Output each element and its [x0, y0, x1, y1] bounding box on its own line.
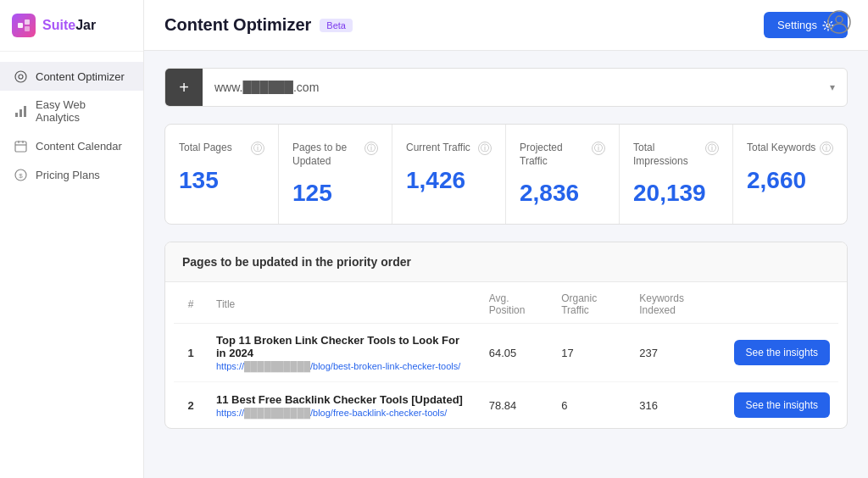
- pricing-icon: $: [14, 168, 27, 181]
- stats-grid: Total Pages ⓘ 135 Pages to be Updated ⓘ …: [164, 124, 848, 225]
- table-row: 1 Top 11 Broken Link Checker Tools to Lo…: [174, 324, 838, 382]
- stat-card-total-keywords: Total Keywords ⓘ 2,660: [733, 125, 847, 224]
- svg-rect-1: [25, 19, 30, 25]
- sidebar-item-content-calendar[interactable]: Content Calendar: [0, 131, 143, 160]
- user-avatar[interactable]: [827, 10, 851, 37]
- row-num-2: 2: [174, 382, 208, 429]
- info-icon-projected-traffic[interactable]: ⓘ: [592, 142, 605, 155]
- priority-header: Pages to be updated in the priority orde…: [165, 242, 847, 282]
- see-insights-button-1[interactable]: See the insights: [734, 340, 830, 365]
- stat-value-current-traffic: 1,426: [406, 167, 492, 194]
- row-organic-traffic-1: 17: [553, 324, 631, 382]
- priority-section: Pages to be updated in the priority orde…: [164, 242, 848, 429]
- svg-rect-8: [15, 142, 26, 152]
- priority-title: Pages to be updated in the priority orde…: [182, 255, 411, 269]
- header-left: Content Optimizer Beta: [164, 15, 353, 35]
- row-action-2: See the insights: [726, 382, 838, 429]
- header-bar: Content Optimizer Beta Settings: [144, 0, 868, 51]
- info-icon-pages-updated[interactable]: ⓘ: [364, 142, 378, 155]
- col-header-num: #: [174, 282, 208, 324]
- content-optimizer-icon: [14, 69, 27, 83]
- col-header-organic-traffic: Organic Traffic: [553, 282, 631, 324]
- logo-area: SuiteJar: [0, 0, 143, 52]
- row-keywords-indexed-1: 237: [631, 324, 725, 382]
- main-content: Content Optimizer Beta Settings + www.██…: [144, 0, 868, 478]
- stat-card-pages-updated: Pages to be Updated ⓘ 125: [279, 125, 392, 224]
- row-title-2: 11 Best Free Backlink Checker Tools [Upd…: [216, 393, 472, 406]
- svg-point-4: [19, 75, 23, 79]
- stat-value-projected-traffic: 2,836: [520, 180, 605, 207]
- analytics-icon: [14, 104, 27, 118]
- info-icon-total-keywords[interactable]: ⓘ: [820, 142, 833, 155]
- sidebar-item-easy-web-analytics[interactable]: Easy Web Analytics: [0, 91, 143, 131]
- stat-value-total-impressions: 20,139: [633, 180, 719, 207]
- svg-rect-2: [25, 26, 30, 31]
- table-wrapper: # Title Avg. Position Organic Traffic Ke…: [165, 282, 847, 428]
- row-title-cell-2: 11 Best Free Backlink Checker Tools [Upd…: [208, 382, 481, 429]
- svg-rect-6: [19, 109, 22, 117]
- stat-card-current-traffic: Current Traffic ⓘ 1,426: [392, 125, 506, 224]
- row-title-cell-1: Top 11 Broken Link Checker Tools to Look…: [208, 324, 481, 382]
- col-header-keywords-indexed: Keywords Indexed: [631, 282, 725, 324]
- svg-point-16: [836, 16, 843, 23]
- row-organic-traffic-2: 6: [553, 382, 631, 429]
- row-url-1: https://██████████/blog/best-broken-link…: [216, 361, 472, 371]
- col-header-title: Title: [208, 282, 481, 324]
- info-icon-total-pages[interactable]: ⓘ: [251, 142, 264, 155]
- chevron-down-icon: ▾: [830, 81, 847, 93]
- svg-point-3: [15, 71, 26, 82]
- sidebar-item-pricing-plans[interactable]: $ Pricing Plans: [0, 160, 143, 189]
- svg-rect-5: [15, 113, 18, 117]
- table-row: 2 11 Best Free Backlink Checker Tools [U…: [174, 382, 838, 429]
- stat-card-total-pages: Total Pages ⓘ 135: [165, 125, 279, 224]
- info-icon-current-traffic[interactable]: ⓘ: [478, 142, 492, 155]
- row-action-1: See the insights: [726, 324, 838, 382]
- beta-badge: Beta: [320, 19, 353, 32]
- stat-value-total-keywords: 2,660: [747, 167, 833, 194]
- info-icon-total-impressions[interactable]: ⓘ: [705, 142, 719, 155]
- row-avg-pos-2: 78.84: [481, 382, 553, 429]
- logo-icon: [12, 14, 36, 37]
- row-keywords-indexed-2: 316: [631, 382, 725, 429]
- col-header-action: [726, 282, 838, 324]
- domain-bar: + www.██████.com ▾: [164, 68, 848, 107]
- sidebar-item-content-optimizer[interactable]: Content Optimizer: [0, 62, 143, 91]
- see-insights-button-2[interactable]: See the insights: [734, 392, 830, 418]
- row-num-1: 1: [174, 324, 208, 382]
- add-domain-button[interactable]: +: [165, 69, 203, 106]
- priority-table: # Title Avg. Position Organic Traffic Ke…: [174, 282, 838, 428]
- svg-text:$: $: [19, 172, 23, 180]
- page-title: Content Optimizer: [164, 15, 311, 35]
- logo-text: SuiteJar: [42, 18, 96, 33]
- svg-rect-0: [18, 23, 23, 28]
- calendar-icon: [14, 139, 27, 153]
- stat-value-total-pages: 135: [179, 167, 264, 194]
- row-avg-pos-1: 64.05: [481, 324, 553, 382]
- stat-card-projected-traffic: Projected Traffic ⓘ 2,836: [506, 125, 620, 224]
- svg-rect-7: [24, 106, 26, 117]
- row-url-2: https://██████████/blog/free-backlink-ch…: [216, 408, 472, 418]
- sidebar: SuiteJar Content Optimizer Easy Web Anal…: [0, 0, 144, 478]
- col-header-avg-position: Avg. Position: [481, 282, 553, 324]
- content-area: + www.██████.com ▾ Total Pages ⓘ 135 Pag…: [144, 51, 868, 446]
- stat-value-pages-updated: 125: [292, 180, 378, 207]
- nav-section: Content Optimizer Easy Web Analytics: [0, 52, 143, 199]
- domain-select[interactable]: www.██████.com: [203, 72, 830, 103]
- stat-card-total-impressions: Total Impressions ⓘ 20,139: [620, 125, 733, 224]
- row-title-1: Top 11 Broken Link Checker Tools to Look…: [216, 334, 472, 359]
